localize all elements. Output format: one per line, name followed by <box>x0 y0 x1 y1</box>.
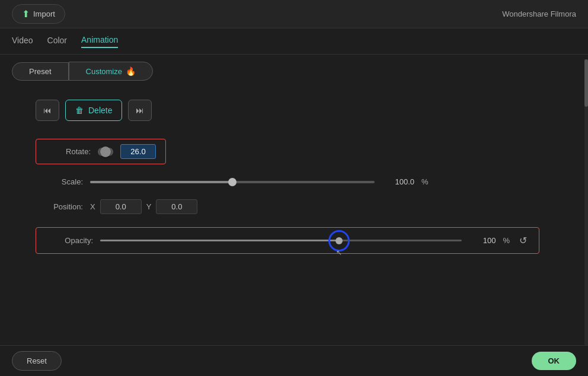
preset-tab[interactable]: Preset <box>12 62 69 81</box>
opacity-slider-fill <box>100 240 339 241</box>
cursor-arrow-icon: ↖ <box>336 248 342 257</box>
opacity-row: Opacity: ↖ 100 % ↺ <box>36 227 564 254</box>
position-row: Position: X Y <box>36 199 564 214</box>
opacity-value: 100 <box>469 236 496 245</box>
top-bar: ⬆ Import Wondershare Filmora <box>0 0 588 28</box>
tab-animation[interactable]: Animation <box>81 35 118 48</box>
rotate-toggle[interactable] <box>98 148 113 156</box>
tabs-row: Video Color Animation <box>0 28 588 55</box>
last-frame-icon: ⏭ <box>136 106 144 115</box>
opacity-thumb-container: ↖ <box>328 230 350 251</box>
opacity-unit: % <box>503 236 510 245</box>
y-label: Y <box>146 202 152 211</box>
app-title: Wondershare Filmora <box>502 9 576 18</box>
opacity-thumb-outer[interactable]: ↖ <box>328 230 350 251</box>
first-frame-icon: ⏮ <box>43 106 52 115</box>
opacity-slider[interactable]: ↖ <box>100 240 462 241</box>
main-content: ⏮ 🗑 Delete ⏭ Rotate: Scale: 100.0 <box>0 88 588 279</box>
opacity-thumb-inner <box>335 237 343 244</box>
scroll-thumb[interactable] <box>584 59 588 107</box>
opacity-reset-button[interactable]: ↺ <box>517 234 529 247</box>
rotate-label: Rotate: <box>43 147 91 156</box>
delete-label: Delete <box>88 106 112 115</box>
rotate-input[interactable] <box>120 144 156 159</box>
ok-button[interactable]: OK <box>532 352 577 370</box>
x-label: X <box>90 202 95 211</box>
y-input[interactable] <box>156 199 197 214</box>
first-frame-button[interactable]: ⏮ <box>36 100 59 121</box>
reset-circle-icon: ↺ <box>519 235 527 246</box>
import-icon: ⬆ <box>22 8 30 20</box>
position-label: Position: <box>36 202 83 211</box>
bottom-bar: Reset OK <box>0 345 588 376</box>
sub-tabs: Preset Customize 🔥 <box>0 55 588 88</box>
scale-label: Scale: <box>36 177 83 186</box>
delete-button[interactable]: 🗑 Delete <box>65 100 122 121</box>
scrollbar[interactable] <box>584 59 588 345</box>
scale-value: 100.0 <box>382 177 414 186</box>
scale-slider-thumb[interactable] <box>228 178 237 186</box>
reset-button[interactable]: Reset <box>12 351 62 371</box>
rotate-row: Rotate: <box>36 139 564 164</box>
position-group: X Y <box>90 199 197 214</box>
toolbar-row: ⏮ 🗑 Delete ⏭ <box>24 100 564 121</box>
import-button[interactable]: ⬆ Import <box>12 4 65 24</box>
scale-slider[interactable] <box>90 181 375 183</box>
customize-label: Customize <box>86 67 122 76</box>
scale-slider-fill <box>90 181 232 183</box>
customize-tab[interactable]: Customize 🔥 <box>69 62 153 81</box>
x-input[interactable] <box>100 199 142 214</box>
delete-icon: 🗑 <box>75 106 84 115</box>
import-label: Import <box>33 9 55 18</box>
rotate-box: Rotate: <box>36 139 166 164</box>
properties-section: Rotate: Scale: 100.0 % Position: X Y <box>24 139 564 254</box>
tab-video[interactable]: Video <box>12 36 33 47</box>
scale-row: Scale: 100.0 % <box>36 177 564 186</box>
opacity-box: Opacity: ↖ 100 % ↺ <box>36 227 539 254</box>
opacity-label: Opacity: <box>46 236 93 245</box>
last-frame-button[interactable]: ⏭ <box>128 100 152 121</box>
scale-unit: % <box>421 177 429 186</box>
fire-icon: 🔥 <box>126 66 136 76</box>
tab-color[interactable]: Color <box>47 36 67 47</box>
